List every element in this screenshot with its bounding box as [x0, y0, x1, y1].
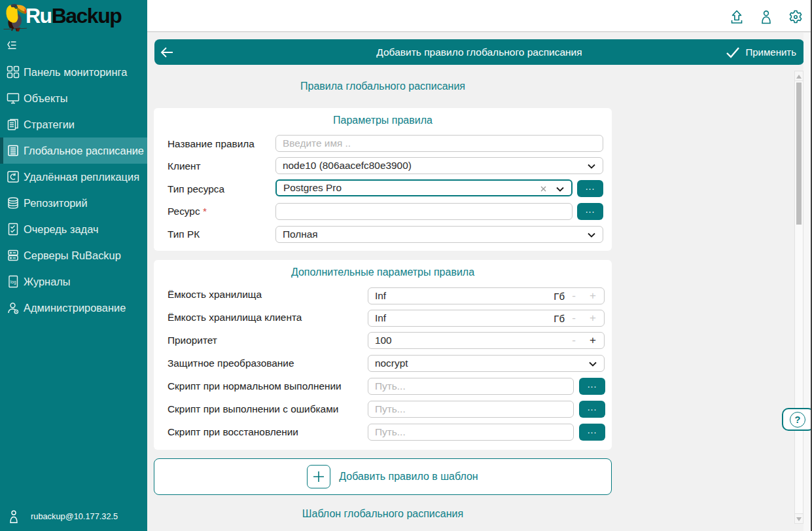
svg-text:log: log [10, 280, 16, 285]
